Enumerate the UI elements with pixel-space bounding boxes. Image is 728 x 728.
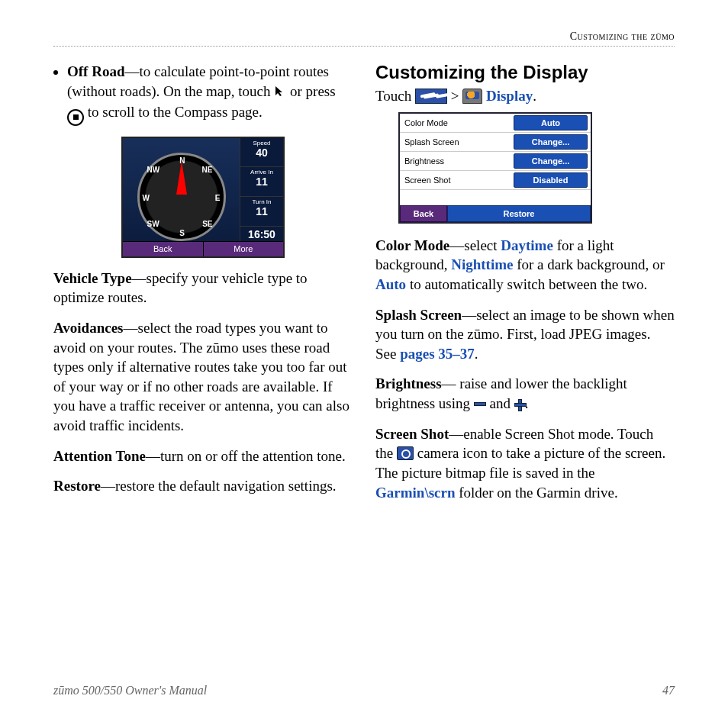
settings-restore-button: Restore [447,205,591,222]
daytime-link: Daytime [501,237,553,253]
page-number: 47 [662,684,675,697]
compass-dial: N NE E SE S SW W NW [137,153,226,241]
camera-icon [397,446,414,460]
left-column: Off Road—to calculate point-to-point rou… [53,62,353,668]
minus-icon [474,402,486,406]
cursor-icon [274,82,286,102]
splash-screen-label: Splash Screen [375,307,462,323]
compass-needle-icon [176,161,187,195]
brightness-label: Brightness [375,375,442,391]
display-icon [462,89,482,104]
wrench-icon [415,89,447,104]
splash-change-button: Change... [514,134,588,150]
pages-link: pages 35–37 [400,346,475,362]
compass-back-button: Back [123,242,204,256]
offroad-bullet: Off Road—to calculate point-to-point rou… [67,62,353,126]
settings-back-button: Back [400,205,447,222]
section-heading: Customizing the Display [375,62,675,83]
plus-icon [514,399,525,410]
garmin-path-link: Garmin\scrn [375,485,456,501]
stop-icon [67,109,84,126]
right-column: Customizing the Display Touch > Display.… [375,62,675,668]
nighttime-link: Nighttime [451,256,513,272]
auto-link: Auto [375,276,406,292]
compass-screenshot: N NE E SE S SW W NW Speed40 Arrive In11 … [121,137,285,258]
display-settings-screenshot: Color ModeAuto Splash ScreenChange... Br… [398,112,592,224]
compass-more-button: More [204,242,284,256]
footer-title: zūmo 500/550 Owner's Manual [53,684,207,697]
restore-label: Restore [53,478,101,494]
color-mode-button: Auto [514,115,588,130]
page-header: Customizing the zūmo [53,31,675,47]
screen-shot-label: Screen Shot [375,426,449,442]
vehicle-type-label: Vehicle Type [53,270,132,286]
avoidances-label: Avoidances [53,320,123,336]
color-mode-label: Color Mode [375,237,449,253]
offroad-label: Off Road [67,63,124,79]
screenshot-disabled-button: Disabled [514,172,588,188]
brightness-change-button: Change... [514,153,588,169]
attention-tone-label: Attention Tone [53,448,146,464]
display-link: Display [486,88,533,104]
